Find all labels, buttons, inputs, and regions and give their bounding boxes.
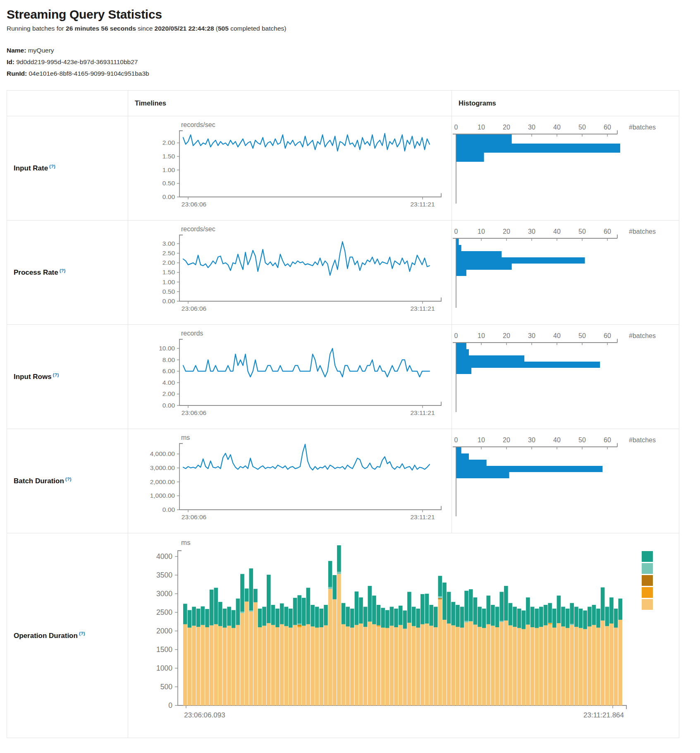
svg-text:4,000.00: 4,000.00 (150, 450, 175, 457)
svg-text:0.00: 0.00 (162, 193, 175, 200)
query-id-line: Id: 9d0dd219-995d-423e-b97d-36931110bb27 (7, 56, 700, 68)
svg-text:0.00: 0.00 (162, 297, 175, 305)
svg-text:0: 0 (454, 228, 458, 235)
name-label: Name: (7, 47, 26, 54)
streaming-query-statistics-page: Streaming Query Statistics Running batch… (0, 0, 700, 753)
input-rows-row: Input Rows(?) records10.008.006.004.002.… (7, 325, 679, 429)
svg-text:40: 40 (553, 228, 561, 235)
svg-text:50: 50 (578, 436, 586, 444)
svg-text:60: 60 (604, 332, 611, 339)
svg-text:records/sec: records/sec (181, 121, 215, 128)
svg-text:23:06:06: 23:06:06 (182, 513, 206, 520)
help-icon[interactable]: (?) (49, 164, 55, 169)
svg-text:40: 40 (553, 332, 561, 339)
svg-text:2,000.00: 2,000.00 (150, 478, 175, 485)
svg-text:50: 50 (578, 332, 586, 339)
histograms-header: Histograms (452, 91, 679, 116)
input-rate-histogram-chart: 0102030405060#batches (452, 116, 679, 221)
svg-text:20: 20 (503, 228, 510, 235)
svg-text:1.50: 1.50 (162, 153, 175, 160)
table-header-row: Timelines Histograms (7, 91, 679, 116)
batch-duration-label: Batch Duration (7, 477, 64, 485)
svg-text:2.00: 2.00 (162, 139, 175, 146)
svg-text:23:11:21: 23:11:21 (410, 409, 435, 416)
svg-text:3.00: 3.00 (162, 240, 175, 247)
query-runid-line: RunId: 04e101e6-8bf8-4165-9099-9104c951b… (7, 68, 700, 79)
svg-text:60: 60 (604, 436, 611, 444)
svg-text:23:06:06: 23:06:06 (182, 305, 206, 312)
input-rows-timeline-chart: records10.008.006.004.002.000.0023:06:06… (128, 325, 452, 429)
help-icon[interactable]: (?) (60, 268, 66, 273)
run-duration: 26 minutes 56 seconds (66, 25, 136, 32)
query-metadata: Name: myQuery Id: 9d0dd219-995d-423e-b97… (7, 45, 700, 79)
svg-text:20: 20 (503, 332, 510, 339)
svg-text:#batches: #batches (629, 436, 656, 444)
svg-text:1.00: 1.00 (162, 278, 175, 285)
svg-text:6.00: 6.00 (162, 367, 175, 374)
svg-text:23:06:06: 23:06:06 (182, 409, 206, 416)
svg-text:2.00: 2.00 (162, 390, 175, 397)
svg-text:2.50: 2.50 (162, 249, 175, 257)
process-rate-label: Process Rate (7, 269, 58, 276)
batch-duration-histogram-chart: 0102030405060#batches (452, 429, 679, 533)
operation-duration-stacked-chart: ms4000350030002500200015001000500023:06:… (128, 533, 679, 738)
svg-text:3500: 3500 (156, 571, 172, 579)
svg-text:2.00: 2.00 (162, 259, 175, 266)
svg-text:23:11:21: 23:11:21 (410, 305, 435, 312)
runid-label: RunId: (7, 70, 27, 77)
query-name: myQuery (28, 47, 54, 54)
svg-text:10: 10 (478, 228, 485, 235)
svg-text:4000: 4000 (156, 552, 172, 561)
svg-text:60: 60 (604, 228, 611, 235)
svg-text:0: 0 (168, 701, 172, 710)
svg-text:ms: ms (181, 539, 191, 547)
svg-text:30: 30 (528, 436, 535, 444)
legend-swatch (642, 551, 653, 562)
svg-text:500: 500 (160, 683, 172, 691)
input-rate-row: Input Rate(?) records/sec2.001.501.000.5… (7, 116, 679, 221)
svg-text:0: 0 (454, 332, 458, 339)
svg-text:50: 50 (578, 228, 586, 235)
svg-text:8.00: 8.00 (162, 356, 175, 363)
timelines-header: Timelines (128, 91, 452, 116)
svg-text:1500: 1500 (156, 645, 172, 654)
completed-batches-count: 505 (218, 25, 229, 32)
running-batches-summary: Running batches for 26 minutes 56 second… (7, 25, 700, 32)
process-rate-histogram-chart: 0102030405060#batches (452, 221, 679, 325)
svg-text:0.00: 0.00 (162, 402, 175, 409)
id-label: Id: (7, 58, 14, 65)
svg-text:1.00: 1.00 (162, 166, 175, 173)
operation-duration-label: Operation Duration (7, 632, 78, 640)
svg-text:10: 10 (478, 436, 485, 444)
svg-text:records/sec: records/sec (181, 225, 215, 233)
input-rows-histogram-chart: 0102030405060#batches (452, 325, 679, 429)
operation-duration-row: Operation Duration(?) ms4000350030002500… (7, 533, 679, 738)
svg-text:30: 30 (528, 124, 535, 131)
legend-swatch (642, 575, 653, 586)
svg-text:20: 20 (503, 124, 510, 131)
batch-duration-timeline-chart: ms4,000.003,000.002,000.001,000.000.0023… (128, 429, 452, 533)
query-name-line: Name: myQuery (7, 45, 700, 56)
svg-text:#batches: #batches (629, 124, 656, 131)
help-icon[interactable]: (?) (53, 372, 59, 377)
svg-text:30: 30 (528, 332, 535, 339)
svg-text:23:11:21.864: 23:11:21.864 (583, 711, 624, 719)
svg-text:0: 0 (454, 124, 458, 131)
svg-text:23:06:06.093: 23:06:06.093 (184, 711, 225, 719)
svg-text:23:11:21: 23:11:21 (410, 201, 435, 208)
statistics-table: Timelines Histograms Input Rate(?) recor… (7, 90, 679, 738)
svg-text:30: 30 (528, 228, 535, 235)
svg-text:10: 10 (478, 332, 485, 339)
svg-text:40: 40 (553, 436, 561, 444)
svg-text:3,000.00: 3,000.00 (150, 464, 175, 471)
input-rate-label: Input Rate (7, 164, 48, 172)
help-icon[interactable]: (?) (65, 477, 72, 482)
svg-text:#batches: #batches (629, 228, 656, 235)
svg-text:2000: 2000 (156, 627, 172, 635)
help-icon[interactable]: (?) (79, 631, 85, 636)
svg-text:50: 50 (578, 124, 586, 131)
empty-header-cell (7, 91, 128, 116)
svg-text:10: 10 (478, 124, 485, 131)
svg-text:40: 40 (553, 124, 561, 131)
legend-swatch (642, 599, 653, 610)
